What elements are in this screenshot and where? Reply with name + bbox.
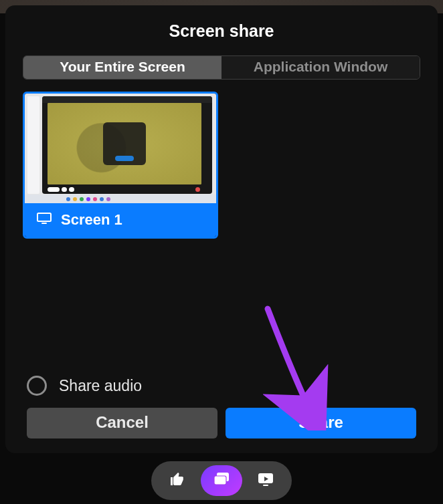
screen-thumbnail [25, 94, 216, 203]
svg-rect-5 [263, 485, 268, 486]
reactions-button[interactable] [157, 465, 198, 496]
watch-together-button[interactable] [245, 465, 286, 496]
share-source-tabs: Your Entire Screen Application Window [23, 55, 420, 80]
screen-option-label: Screen 1 [61, 211, 122, 229]
modal-button-row: Cancel Share [23, 408, 420, 441]
tab-application-window[interactable]: Application Window [222, 56, 420, 79]
screen-option-label-row: Screen 1 [25, 203, 216, 237]
cast-icon [213, 472, 230, 489]
svg-rect-3 [214, 476, 226, 485]
share-audio-radio[interactable] [27, 376, 47, 396]
watch-icon [257, 472, 274, 489]
svg-rect-1 [41, 223, 47, 224]
cancel-button[interactable]: Cancel [27, 408, 217, 438]
screen-option-1[interactable]: Screen 1 [23, 92, 218, 239]
screen-share-toolbar-button[interactable] [201, 465, 242, 496]
monitor-icon [37, 211, 52, 229]
share-audio-row: Share audio [23, 373, 420, 408]
thumbs-up-icon [169, 471, 185, 490]
svg-rect-0 [37, 213, 51, 221]
modal-title: Screen share [23, 21, 420, 41]
call-toolbar [151, 461, 292, 500]
screen-options-grid: Screen 1 [23, 80, 420, 373]
screen-share-modal: Screen share Your Entire Screen Applicat… [5, 5, 438, 453]
share-audio-label: Share audio [59, 377, 142, 395]
share-button[interactable]: Share [226, 408, 416, 438]
tab-entire-screen[interactable]: Your Entire Screen [23, 56, 222, 79]
